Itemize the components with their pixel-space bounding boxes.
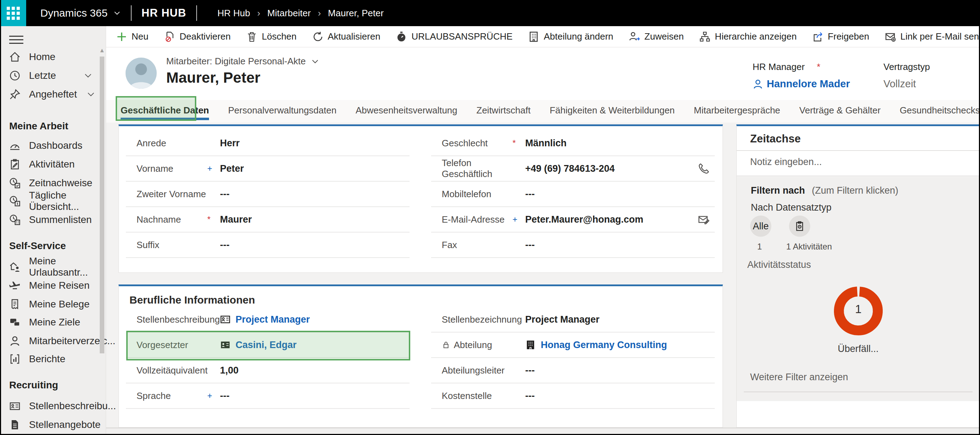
field-mobiltelefon[interactable]: Mobiltelefon --- [431,182,715,207]
field-anrede[interactable]: Anrede Herr [126,131,410,156]
field-vollzeitaequivalent[interactable]: Vollzeitäquivalent 1,00 [126,358,410,383]
sidebar-item-stellenangebote[interactable]: Stellenangebote [9,416,94,433]
field-value[interactable]: --- [220,189,410,200]
chevron-down-icon[interactable] [83,71,94,80]
collapse-menu-button[interactable] [9,33,23,44]
field-value[interactable]: +49 (69) 784613-204 [525,163,698,174]
scrollbar-thumb[interactable] [100,57,104,353]
breadcrumb-record[interactable]: Maurer, Peter [328,8,384,19]
field-value[interactable]: Maurer [220,214,410,225]
sidebar-item-recent[interactable]: Letzte [9,67,94,84]
field-abteilung[interactable]: Abteilung Honag Germany Consulting [431,332,715,358]
field-value[interactable]: --- [220,391,410,402]
sidebar-item-zeitnachweise[interactable]: Zeitnachweise [9,175,94,192]
new-button[interactable]: Neu [116,31,148,43]
tab-abwesenheitsverwaltung[interactable]: Abwesenheitsverwaltung [355,105,457,121]
field-value[interactable]: --- [525,240,715,251]
field-value[interactable]: Project Manager [525,314,715,325]
field-telefon-geschaeftlich[interactable]: Telefon Geschäftlich +49 (69) 784613-204 [431,156,715,182]
field-stellenbezeichnung[interactable]: Stellenbezeichnung Project Manager [431,307,715,332]
sidebar-item-aktivitaeten[interactable]: Aktivitäten [9,156,94,173]
share-button[interactable]: Freigeben [812,31,869,43]
field-suffix[interactable]: Suffix --- [126,232,410,258]
sidebar-item-summenlisten[interactable]: Summenlisten [9,211,94,228]
email-compose-icon[interactable] [698,213,710,225]
breadcrumb-hr-hub[interactable]: HR Hub [218,8,250,19]
sidebar-item-meine-urlaubsantraege[interactable]: Meine Urlaubsantr... [9,258,94,275]
assign-button[interactable]: Zuweisen [629,31,684,43]
required-marker: * [207,214,220,224]
airplane-icon [9,280,21,291]
form-tab-bar: Geschäftliche Daten Personalverwaltungsd… [106,100,980,122]
clipboard-icon [794,221,805,232]
filter-by-label: Filtern nach (Zum Filtern klicken) [751,185,898,196]
filter-chip-activities[interactable] [789,216,810,237]
phone-icon[interactable] [698,162,710,175]
field-value[interactable]: Peter.Maurer@honag.com [525,214,698,225]
field-value[interactable]: 1,00 [220,365,410,376]
filter-title: Filtern nach [751,185,805,196]
urlaubsansprueche-button[interactable]: URLAUBSANSPRÜCHE [396,31,512,43]
product-switcher[interactable]: Dynamics 365 [40,7,121,19]
tab-geschaeftliche-daten[interactable]: Geschäftliche Daten [121,105,209,121]
form-selector[interactable]: Mitarbeiter: Digitale Personal-Akte [166,56,319,67]
contract-type-value[interactable]: Vollzeit [883,78,930,90]
report-icon [9,353,21,365]
field-value[interactable]: --- [220,240,410,251]
field-zweiter-vorname[interactable]: Zweiter Vorname --- [126,182,410,207]
field-value[interactable]: Herr [220,138,410,149]
tab-gesundheitschecks-arbeitsgeraete[interactable]: Gesundheitschecks & Arbeitsgeräte [900,105,980,121]
app-launcher-button[interactable] [0,0,26,26]
sidebar-item-berichte[interactable]: Berichte [9,351,94,367]
sidebar-item-mitarbeiterverzeichnis[interactable]: Mitarbeiterverzeic... [9,332,94,349]
sidebar-item-stellenbeschreibungen[interactable]: Stellenbeschreibu... [9,397,94,414]
sidebar-item-pinned[interactable]: Angeheftet [9,86,94,103]
scrollbar-up-arrow[interactable]: ▲ [99,47,105,54]
tab-faehigkeiten-weiterbildungen[interactable]: Fähigkeiten & Weiterbildungen [550,105,675,121]
sidebar-item-meine-belege[interactable]: Meine Belege [9,296,94,313]
field-abteilungsleiter[interactable]: Abteilungsleiter --- [431,358,715,383]
product-name: Dynamics 365 [40,7,108,19]
delete-button[interactable]: Löschen [246,31,296,43]
vorgesetzter-lookup[interactable]: Casini, Edgar [220,340,410,351]
tab-mitarbeitergespraeche[interactable]: Mitarbeitergespräche [694,105,780,121]
field-stellenbeschreibung[interactable]: Stellenbeschreibung Project Manager [126,307,410,332]
field-sprache[interactable]: Sprache+ --- [126,383,410,409]
deactivate-button[interactable]: Deaktivieren [164,31,231,43]
sidebar-item-dashboards[interactable]: Dashboards [9,137,94,154]
field-fax[interactable]: Fax --- [431,232,715,258]
field-value[interactable]: Männlich [525,138,715,149]
sidebar-scrollbar[interactable]: ▲ [99,47,105,431]
note-input[interactable]: Notiz eingeben... [750,157,822,168]
sidebar-item-home[interactable]: Home [9,48,94,65]
chevron-down-icon[interactable] [85,90,97,99]
stellenbeschreibung-lookup[interactable]: Project Manager [220,314,410,325]
field-value[interactable]: --- [525,391,715,402]
field-vorname[interactable]: Vorname+ Peter [126,156,410,182]
tab-personalverwaltungsdaten[interactable]: Personalverwaltungsdaten [228,105,336,121]
show-hierarchy-button[interactable]: Hierarchie anzeigen [699,31,797,43]
sidebar-item-taegliche-uebersicht[interactable]: Tägliche Übersicht... [9,192,94,210]
tab-zeitwirtschaft[interactable]: Zeitwirtschaft [476,105,530,121]
hr-manager-lookup[interactable]: Hannelore Mader [752,78,850,90]
filter-chip-all[interactable]: Alle [750,216,772,237]
refresh-button[interactable]: Aktualisieren [312,31,380,43]
email-link-button[interactable]: Link per E-Mail senden [885,31,980,43]
field-geschlecht[interactable]: Geschlecht* Männlich [431,131,715,156]
field-value[interactable]: --- [525,365,715,376]
field-vorgesetzter[interactable]: Vorgesetzter Casini, Edgar [126,332,410,358]
field-email-adresse[interactable]: E-Mail-Adresse+ Peter.Maurer@honag.com [431,207,715,232]
avatar[interactable] [126,57,157,89]
field-kostenstelle[interactable]: Kostenstelle --- [431,383,715,409]
sidebar-item-meine-reisen[interactable]: Meine Reisen [9,277,94,294]
change-department-button[interactable]: Abteilung ändern [528,31,613,43]
breadcrumb-mitarbeiter[interactable]: Mitarbeiter [267,8,311,19]
abteilung-lookup[interactable]: Honag Germany Consulting [525,340,715,351]
field-value[interactable]: --- [525,189,715,200]
field-nachname[interactable]: Nachname* Maurer [126,207,410,232]
sidebar-item-meine-ziele[interactable]: Meine Ziele [9,314,94,331]
show-more-filters-link[interactable]: Weitere Filter anzeigen [750,372,848,383]
activity-status-donut-chart[interactable]: 1 [829,282,887,340]
tab-vertraege-gehaelter[interactable]: Verträge & Gehälter [799,105,881,121]
field-value[interactable]: Peter [220,163,410,174]
